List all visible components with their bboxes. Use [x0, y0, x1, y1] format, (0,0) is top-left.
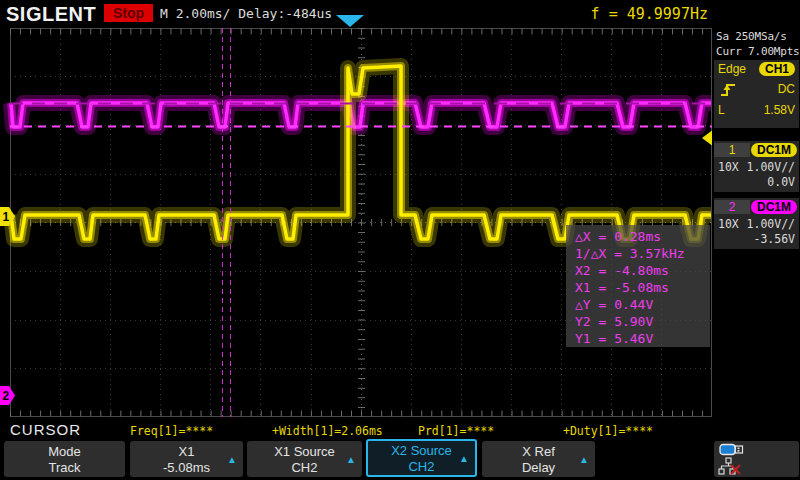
cursor-x2: X2 = -4.80ms	[575, 262, 710, 279]
cursor-readout-box: △X = 0.28ms 1/△X = 3.57kHz X2 = -4.80ms …	[566, 225, 710, 347]
usb-icon	[719, 443, 747, 456]
siglent-logo: SIGLENT	[6, 3, 96, 26]
menu-mode-line2: Track	[4, 460, 125, 475]
menu-button-x-ref[interactable]: X Ref Delay ▲	[482, 441, 595, 477]
channel1-number: 1	[714, 143, 750, 157]
menu-x1source-line1: X1 Source	[247, 444, 362, 459]
lan-disconnected-icon	[718, 457, 744, 476]
adjust-arrow-icon: ▲	[227, 454, 237, 465]
svg-text:2: 2	[3, 389, 10, 403]
adjust-arrow-icon: ▲	[459, 453, 469, 464]
trigger-info-box[interactable]: Edge CH1 DC L 1.58V	[714, 60, 799, 128]
adjust-arrow-icon: ▲	[346, 454, 356, 465]
trigger-source-badge: CH1	[759, 62, 795, 76]
menu-x1-line1: X1	[130, 444, 243, 459]
status-icons-panel	[714, 441, 799, 477]
sample-rate-readout: Sa 250MSa/s	[716, 30, 787, 43]
menu-button-mode[interactable]: Mode Track	[4, 441, 125, 477]
frequency-counter: f = 49.9997Hz	[591, 5, 708, 23]
menu-button-x1-source[interactable]: X1 Source CH2 ▲	[247, 441, 362, 477]
channel2-coupling-badge: DC1M	[751, 200, 797, 214]
adjust-arrow-icon: ▲	[579, 454, 589, 465]
oscilloscope-screen: 1 2 SIGLENT Stop M 2.00ms/ Delay:-484us …	[0, 0, 800, 480]
memory-depth-readout: Curr 7.00Mpts	[716, 45, 800, 58]
channel1-coupling-badge: DC1M	[751, 143, 797, 157]
channel2-probe: 10X	[718, 217, 739, 231]
acquisition-status-badge[interactable]: Stop	[104, 4, 153, 22]
cursor-dx: △X = 0.28ms	[575, 228, 710, 245]
menu-x1source-line2: CH2	[247, 460, 362, 475]
menu-button-x2-source[interactable]: X2 Source CH2 ▲	[366, 439, 477, 477]
trigger-position-marker[interactable]	[336, 15, 364, 27]
cursor-y1: Y1 = 5.46V	[575, 330, 710, 347]
channel2-offset: -3.56V	[753, 232, 795, 246]
measurement-period: Prd[1]=****	[418, 424, 494, 438]
rising-edge-icon	[718, 81, 738, 97]
channel1-offset: 0.0V	[767, 175, 795, 189]
menu-mode-line1: Mode	[4, 444, 125, 459]
trigger-coupling: DC	[778, 82, 795, 96]
timebase-readout: M 2.00ms/ Delay:-484us	[160, 6, 332, 21]
menu-x1-line2: -5.08ms	[130, 460, 243, 475]
cursor-y2: Y2 = 5.90V	[575, 313, 710, 330]
trigger-mode-label: Edge	[718, 62, 746, 76]
menu-xref-line1: X Ref	[482, 444, 595, 459]
channel2-number: 2	[714, 200, 750, 214]
menu-xref-line2: Delay	[482, 460, 595, 475]
channel2-scale: 1.00V//	[747, 217, 795, 231]
svg-text:1: 1	[3, 210, 10, 224]
measurement-freq: Freq[1]=****	[130, 424, 213, 438]
cursor-x1: X1 = -5.08ms	[575, 279, 710, 296]
channel1-info-box[interactable]: 1 DC1M 10X 1.00V// 0.0V	[714, 141, 799, 192]
channel1-probe: 10X	[718, 160, 739, 174]
trigger-level-value: 1.58V	[764, 103, 795, 117]
active-menu-title: CURSOR	[10, 421, 81, 438]
channel2-info-box[interactable]: 2 DC1M 10X 1.00V// -3.56V	[714, 198, 799, 249]
trigger-level-label: L	[718, 103, 725, 117]
channel1-scale: 1.00V//	[747, 160, 795, 174]
ch2-waveform	[11, 103, 711, 127]
cursor-dy: △Y = 0.44V	[575, 296, 710, 313]
ch2-ground-marker[interactable]: 2	[0, 386, 15, 405]
menu-button-x1[interactable]: X1 -5.08ms ▲	[130, 441, 243, 477]
measurement-duty: +Duty[1]=****	[563, 424, 653, 438]
cursor-inv-dx: 1/△X = 3.57kHz	[575, 245, 710, 262]
measurement-width: +Width[1]=2.06ms	[272, 424, 383, 438]
